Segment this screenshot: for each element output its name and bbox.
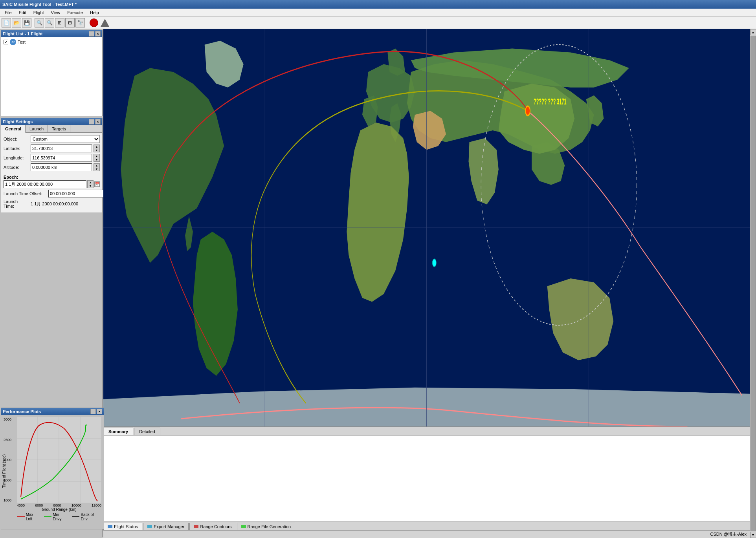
minimize-button[interactable]: _ [89, 31, 94, 37]
y-label-2000: 2000 [4, 458, 11, 462]
bottom-tab-flight-status[interactable]: Flight Status [103, 523, 142, 530]
zoom-extent-button[interactable]: 🔭 [75, 18, 85, 27]
x-label-8000: 8000 [53, 503, 61, 507]
tab-launch[interactable]: Launch [26, 125, 48, 132]
save-button[interactable]: 💾 [22, 18, 31, 27]
x-label-10000: 10000 [72, 503, 81, 507]
flight-checkbox[interactable]: ✓ [4, 40, 8, 44]
new-button[interactable]: 📄 [2, 18, 11, 27]
chart-svg [17, 417, 101, 503]
scroll-up-button[interactable]: ▲ [750, 29, 756, 35]
settings-minimize-button[interactable]: _ [89, 119, 94, 124]
zoom-region-button[interactable]: ⊟ [65, 18, 75, 27]
flight-settings-header: Flight Settings _ × [1, 118, 102, 125]
x-label-12000: 12000 [92, 503, 101, 507]
zoom-fit-button[interactable]: ⊞ [55, 18, 64, 27]
right-panel: ????? ??? 3171 Summary Detailed [103, 29, 750, 538]
title-text: SAIC Missile Flight Tool - Test.MFT * [2, 2, 77, 7]
flight-list-title: Flight List - 1 Flight [3, 31, 42, 36]
status-text: CSDN @博主-Alex [710, 531, 747, 537]
epoch-spin[interactable]: ▲ ▼ [87, 180, 94, 188]
flight-status-icon [108, 525, 112, 528]
flight-icon: 🛩 [10, 39, 16, 45]
longitude-row: Longitude: ▲ ▼ [4, 154, 100, 162]
chart-container: Time of Flight (sec) 3000 2500 2000 1500… [1, 415, 104, 521]
menu-edit[interactable]: Edit [16, 9, 29, 16]
latitude-input[interactable] [31, 145, 92, 152]
menu-help[interactable]: Help [87, 9, 102, 16]
map-tab-detailed[interactable]: Detailed [134, 428, 160, 435]
scroll-down-button[interactable]: ▼ [750, 532, 756, 538]
object-row: Object: Custom [4, 135, 100, 143]
x-axis-title: Ground Range (km) [17, 507, 101, 512]
legend-max-loft: Max Loft [17, 512, 41, 521]
range-contours-icon [194, 525, 198, 528]
latitude-down-arrow[interactable]: ▼ [94, 148, 99, 152]
launch-offset-row: Launch Time Offset: ▲ ▼ [4, 190, 100, 198]
menu-execute[interactable]: Execute [64, 9, 86, 16]
epoch-calendar-button[interactable]: 📅 [94, 181, 100, 187]
launch-offset-label: Launch Time Offset: [4, 191, 47, 196]
range-file-gen-icon [241, 525, 246, 528]
menu-bar: File Edit Flight View Execute Help [0, 9, 756, 16]
longitude-down-arrow[interactable]: ▼ [94, 158, 99, 161]
perf-plots-header: Performance Plots _ × [1, 408, 104, 415]
object-select[interactable]: Custom [31, 135, 100, 143]
range-contours-label: Range Contours [200, 524, 231, 529]
map-bottom-tabs: Summary Detailed [103, 426, 750, 435]
settings-close-button[interactable]: × [95, 119, 101, 124]
map-tab-summary[interactable]: Summary [103, 428, 133, 435]
settings-panel-controls: _ × [89, 119, 101, 124]
open-button[interactable]: 📂 [12, 18, 21, 27]
altitude-down-arrow[interactable]: ▼ [94, 167, 99, 171]
menu-flight[interactable]: Flight [30, 9, 47, 16]
legend-max-loft-line [17, 516, 25, 517]
epoch-up-arrow[interactable]: ▲ [88, 181, 93, 184]
svg-text:????? ??? 3171: ????? ??? 3171 [534, 97, 567, 106]
bottom-tab-range-file-gen[interactable]: Range File Generation [237, 523, 295, 530]
toolbar: 📄 📂 💾 🔍 🔍 ⊞ ⊟ 🔭 [0, 16, 756, 29]
y-label-3000: 3000 [4, 417, 11, 421]
map-svg: ????? ??? 3171 [103, 29, 750, 426]
altitude-spin[interactable]: ▲ ▼ [94, 163, 100, 171]
flight-item[interactable]: ✓ 🛩 Test [2, 38, 101, 46]
epoch-down-arrow[interactable]: ▼ [88, 184, 93, 188]
bottom-tab-range-contours[interactable]: Range Contours [189, 523, 236, 530]
x-axis-labels: 4000 6000 8000 10000 12000 [17, 503, 101, 507]
zoom-in-button[interactable]: 🔍 [35, 18, 44, 27]
scroll-thumb[interactable] [750, 36, 756, 531]
menu-file[interactable]: File [2, 9, 15, 16]
flight-list-header: Flight List - 1 Flight _ × [1, 30, 102, 37]
svg-point-1 [432, 259, 436, 267]
altitude-label: Altitude: [4, 165, 29, 170]
close-button[interactable]: × [95, 31, 101, 37]
epoch-label: Epoch: [4, 175, 100, 179]
launch-offset-input[interactable] [48, 190, 106, 198]
longitude-spin[interactable]: ▲ ▼ [94, 154, 100, 162]
epoch-input[interactable] [4, 180, 86, 188]
menu-view[interactable]: View [48, 9, 64, 16]
map-area[interactable]: ????? ??? 3171 [103, 29, 750, 426]
record-button[interactable] [90, 18, 98, 27]
legend-back-of-env: Back of Env [72, 512, 101, 521]
latitude-label: Latitude: [4, 146, 29, 151]
bottom-tab-export-manager[interactable]: Export Manager [143, 523, 189, 530]
altitude-input[interactable] [31, 163, 92, 171]
latitude-up-arrow[interactable]: ▲ [94, 145, 99, 148]
perf-minimize-button[interactable]: _ [90, 409, 96, 414]
perf-close-button[interactable]: × [97, 409, 102, 414]
chart-inner: 3000 2500 2000 1500 1000 [17, 417, 101, 503]
altitude-up-arrow[interactable]: ▲ [94, 164, 99, 167]
svg-point-3 [525, 106, 530, 115]
tab-general[interactable]: General [1, 125, 26, 133]
latitude-spin[interactable]: ▲ ▼ [94, 145, 100, 152]
longitude-input[interactable] [31, 154, 92, 162]
tab-targets[interactable]: Targets [48, 125, 70, 132]
longitude-up-arrow[interactable]: ▲ [94, 154, 99, 158]
y-label-2500: 2500 [4, 438, 11, 442]
play-button[interactable] [101, 19, 109, 27]
summary-area [103, 435, 750, 522]
zoom-out-button[interactable]: 🔍 [45, 18, 54, 27]
right-scrollbar: ▲ ▼ [750, 29, 756, 538]
latitude-row: Latitude: ▲ ▼ [4, 145, 100, 152]
